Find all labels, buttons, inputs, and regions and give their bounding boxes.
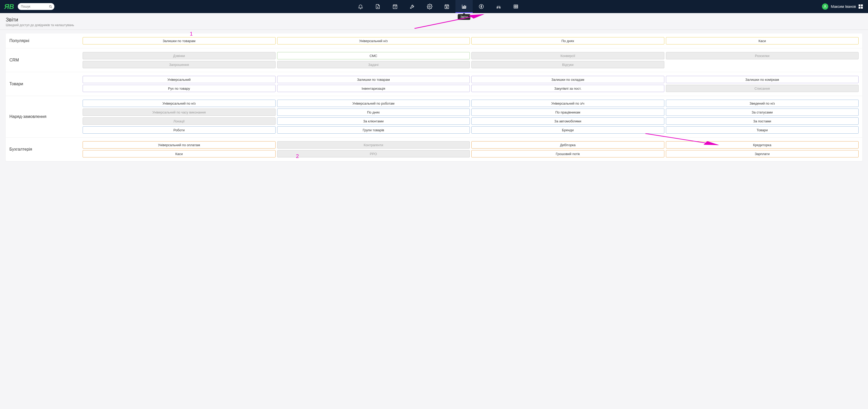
file-plus-icon bbox=[375, 4, 381, 9]
logo: ЯB bbox=[3, 3, 16, 11]
car-icon bbox=[496, 4, 501, 9]
svg-rect-7 bbox=[464, 5, 465, 8]
report-button[interactable]: Каси bbox=[83, 150, 276, 157]
report-button: Запрошення bbox=[83, 61, 276, 68]
svg-point-0 bbox=[50, 5, 51, 7]
report-button[interactable]: Залишки по товарам bbox=[277, 76, 470, 83]
nav-notifications[interactable] bbox=[352, 0, 369, 13]
calendar-icon bbox=[392, 4, 398, 9]
report-button[interactable]: Зарплати bbox=[666, 150, 859, 157]
nav-reports[interactable]: Звіти bbox=[456, 0, 473, 13]
top-nav: ЯB bbox=[0, 0, 868, 13]
report-button[interactable]: Роботи bbox=[83, 126, 276, 134]
nav-finance[interactable] bbox=[473, 0, 490, 13]
page-header: Звіти Швидкий доступ до довідників та на… bbox=[0, 13, 868, 30]
report-button[interactable]: Каси bbox=[666, 37, 859, 44]
svg-rect-8 bbox=[465, 6, 466, 8]
bell-icon bbox=[358, 4, 364, 9]
report-button: Локації bbox=[83, 118, 276, 125]
section-buttons: Залишки по товарамУніверсальний н/зПо дн… bbox=[83, 37, 859, 44]
nav-reports-tooltip: Звіти bbox=[458, 14, 471, 20]
report-button[interactable]: Залишки по складам bbox=[471, 76, 664, 83]
report-button[interactable]: Рух по товару bbox=[83, 85, 276, 92]
report-button[interactable]: Універсальний н/з bbox=[277, 37, 470, 44]
report-button[interactable]: Інвентаризація bbox=[277, 85, 470, 92]
report-button[interactable]: Універсальний по н/з bbox=[83, 100, 276, 107]
report-button[interactable]: За автомобілями bbox=[471, 118, 664, 125]
nav-tools[interactable] bbox=[404, 0, 421, 13]
report-button[interactable]: За постами bbox=[666, 118, 859, 125]
table-icon bbox=[513, 4, 519, 9]
dollar-icon bbox=[478, 4, 484, 9]
section-label: Наряд-замовлення bbox=[9, 100, 78, 134]
section-accounting: БухгалтеріяУніверсальний по оплатамКонтр… bbox=[6, 137, 862, 161]
report-button[interactable]: Товари bbox=[666, 126, 859, 134]
report-button[interactable]: По днях bbox=[471, 37, 664, 44]
wrench-icon bbox=[409, 4, 415, 9]
svg-point-5 bbox=[446, 6, 447, 8]
avatar bbox=[822, 3, 828, 10]
report-button: Універсальний по часу виконання bbox=[83, 108, 276, 116]
report-button: Задачі bbox=[277, 61, 470, 68]
report-button: PPO bbox=[277, 150, 470, 157]
report-button[interactable]: Залишки по товарам bbox=[83, 37, 276, 44]
report-button: Контрагенти bbox=[277, 141, 470, 149]
svg-rect-6 bbox=[463, 6, 464, 8]
nav-calendar[interactable] bbox=[386, 0, 404, 13]
section-buttons: УніверсальнийЗалишки по товарамЗалишки п… bbox=[83, 76, 859, 92]
report-button[interactable]: Грошовий потік bbox=[471, 150, 664, 157]
report-button[interactable]: Кредиторка bbox=[666, 141, 859, 149]
section-orders: Наряд-замовленняУніверсальний по н/зУнів… bbox=[6, 96, 862, 137]
report-button: Списання bbox=[666, 85, 859, 92]
report-button[interactable]: Універсальний по роботам bbox=[277, 100, 470, 107]
calendar-user-icon bbox=[444, 4, 450, 9]
report-button[interactable]: Залишки по коміркам bbox=[666, 76, 859, 83]
report-button[interactable]: По працівникам bbox=[471, 108, 664, 116]
report-button[interactable]: Закупівлі за пост. bbox=[471, 85, 664, 92]
report-button[interactable]: Зведений по н/з bbox=[666, 100, 859, 107]
search-icon bbox=[49, 5, 52, 8]
section-crm: CRMДзвінкиСМСКонверсіїРозсилкиЗапрошення… bbox=[6, 48, 862, 72]
user-name: Максим Іванов bbox=[831, 4, 856, 9]
report-button: Розсилки bbox=[666, 52, 859, 59]
section-buttons: Універсальний по н/зУніверсальний по роб… bbox=[83, 100, 859, 134]
svg-point-13 bbox=[825, 5, 826, 6]
nav-settings[interactable] bbox=[421, 0, 438, 13]
search-wrap bbox=[18, 3, 54, 10]
section-buttons: Універсальний по оплатамКонтрагентиДебіт… bbox=[83, 141, 859, 157]
section-popular: ПопулярніЗалишки по товарамУніверсальний… bbox=[6, 33, 862, 48]
reports-panel: ПопулярніЗалишки по товарамУніверсальний… bbox=[6, 33, 862, 161]
report-button[interactable]: Групи товарів bbox=[277, 126, 470, 134]
nav-vehicles[interactable] bbox=[490, 0, 507, 13]
nav-icons: Звіти bbox=[352, 0, 524, 13]
page-title: Звіти bbox=[6, 17, 862, 23]
nav-tables[interactable] bbox=[507, 0, 524, 13]
svg-rect-12 bbox=[514, 5, 518, 8]
svg-line-1 bbox=[51, 7, 52, 8]
section-label: Популярні bbox=[9, 37, 78, 44]
report-button[interactable]: За статусами bbox=[666, 108, 859, 116]
report-button[interactable]: Дебіторка bbox=[471, 141, 664, 149]
section-goods: ТовариУніверсальнийЗалишки по товарамЗал… bbox=[6, 72, 862, 96]
svg-rect-4 bbox=[445, 5, 448, 9]
report-button[interactable]: Універсальний по оплатам bbox=[83, 141, 276, 149]
section-label: Товари bbox=[9, 76, 78, 92]
report-button[interactable]: По днях bbox=[277, 108, 470, 116]
nav-schedule[interactable] bbox=[438, 0, 456, 13]
section-label: Бухгалтерія bbox=[9, 141, 78, 157]
report-button[interactable]: Універсальний по з/ч bbox=[471, 100, 664, 107]
user-block[interactable]: Максим Іванов bbox=[822, 3, 865, 10]
page-subtitle: Швидкий доступ до довідників та налаштув… bbox=[6, 23, 862, 27]
report-button[interactable]: За клієнтами bbox=[277, 118, 470, 125]
user-icon bbox=[823, 5, 827, 8]
nav-add-document[interactable] bbox=[369, 0, 386, 13]
bar-chart-icon bbox=[461, 4, 467, 9]
report-button: Дзвінки bbox=[83, 52, 276, 59]
report-button[interactable]: Універсальний bbox=[83, 76, 276, 83]
report-button: Конверсії bbox=[471, 52, 664, 59]
apps-grid-icon[interactable] bbox=[859, 4, 863, 9]
report-button[interactable]: Бренди bbox=[471, 126, 664, 134]
report-button[interactable]: СМС bbox=[277, 52, 470, 59]
svg-point-3 bbox=[429, 6, 430, 7]
svg-rect-2 bbox=[393, 5, 397, 9]
